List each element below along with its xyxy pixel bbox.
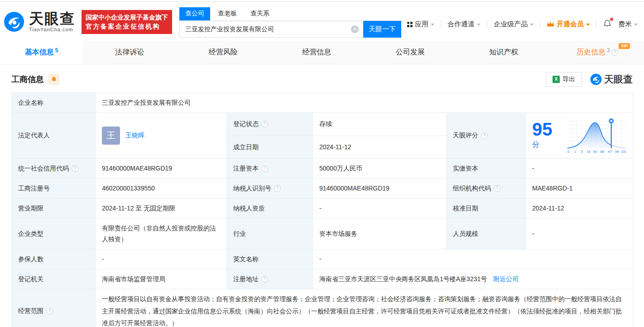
export-button[interactable]: X 导出	[546, 72, 582, 87]
en-name-value: -	[313, 249, 633, 269]
paid-capital-label: 实缴资本	[447, 159, 526, 179]
business-scope-value: 一般经营项目以自有资金从事投资活动；自有资金投资的资产管理服务；企业管理；企业管…	[96, 289, 633, 327]
tab-intellectual-property[interactable]: 知识产权	[457, 41, 551, 64]
vip-badge: VIP	[619, 43, 630, 49]
tab-legal-litigation[interactable]: 法律诉讼	[83, 41, 177, 64]
tab-business-info[interactable]: 经营信息	[270, 41, 364, 64]
divider	[540, 21, 540, 28]
search-area: 查公司 查老板 查关系 ✕ 天眼一下	[179, 7, 401, 38]
taxpayer-id-label: 纳税人识别号?	[227, 179, 313, 199]
help-icon[interactable]: ?	[481, 132, 488, 139]
reg-status-value: 存续	[313, 113, 447, 136]
address-value: 海南省三亚市天涯区三亚中央商务区凤凰岛1号楼A座3231号 附近公司	[313, 269, 633, 289]
table-row: 参保人数 - 英文名称 -	[12, 249, 633, 269]
monitor-bell-button[interactable]	[48, 74, 59, 85]
tab-basic-info-count: 5	[55, 47, 58, 54]
gov-badge-line1: 国家中小企业发展子基金旗下	[86, 13, 168, 22]
taxpayer-id-value: 91460000MAE48RGD19	[313, 179, 447, 199]
help-icon[interactable]: ?	[261, 276, 268, 283]
legal-rep-link[interactable]: 王晓晖	[125, 130, 144, 141]
reg-no-label: 工商注册号	[12, 179, 96, 199]
est-date-value: 2024-11-12	[313, 136, 447, 159]
svg-text:85: 85	[600, 150, 604, 154]
en-name-label: 英文名称	[227, 249, 313, 269]
help-icon[interactable]: ?	[494, 185, 500, 192]
reg-capital-value: 50000万人民币	[313, 159, 447, 179]
taxpayer-qual-value: -	[313, 199, 447, 219]
search-button[interactable]: 天眼一下	[363, 21, 401, 38]
table-row: 营业期限 2024-11-12 至 无固定期限 纳税人资质 - 核准日期 202…	[12, 199, 633, 219]
address-text: 海南省三亚市天涯区三亚中央商务区凤凰岛1号楼A座3231号	[319, 275, 487, 283]
table-row: 企业名称 三亚发控产业投资发展有限公司	[12, 93, 633, 113]
chevron-down-icon	[634, 24, 638, 26]
notifications-bell[interactable]	[603, 19, 612, 29]
clear-search-icon[interactable]: ✕	[351, 25, 359, 33]
svg-text:99: 99	[615, 150, 619, 154]
site-header: 天眼查 TianYanCha.com 国家中小企业发展子基金旗下 官方备案企业征…	[0, 2, 644, 41]
svg-text:97: 97	[608, 150, 612, 154]
reg-authority-label: 登记机关	[12, 269, 96, 289]
site-logo[interactable]: 天眼查 TianYanCha.com 国家中小企业发展子基金旗下 官方备案企业征…	[4, 7, 172, 34]
nav-enterprise-products[interactable]: 企业级产品	[494, 20, 533, 29]
help-icon[interactable]: ?	[72, 165, 78, 172]
tab-business-risk[interactable]: 经营风险	[177, 41, 270, 64]
reg-capital-label: 注册资本?	[227, 159, 313, 179]
tab-company-development[interactable]: 公司发展	[364, 41, 457, 64]
help-icon[interactable]: ?	[611, 49, 618, 56]
org-code-label: 组织机构代码?	[447, 179, 526, 199]
chevron-down-icon	[477, 24, 481, 26]
nearby-companies-link[interactable]: 附近公司	[493, 275, 519, 283]
approve-date-label: 核准日期	[447, 199, 526, 219]
table-row: 企业类型 有限责任公司（非自然人投资或控股的法人独资） 行业 资本市场服务 人员…	[12, 219, 633, 249]
approve-date-value: 2024-11-12	[526, 199, 633, 219]
tab-history-info[interactable]: VIP 历史信息 3 ?	[551, 41, 644, 64]
help-icon[interactable]: ?	[261, 165, 268, 172]
nav-vip-label: 开通会员	[557, 20, 584, 29]
svg-text:1: 1	[574, 150, 576, 154]
search-input[interactable]	[179, 21, 363, 38]
nav-apps-label: 应用	[415, 20, 428, 29]
tianyancha-watermark: 天眼查	[590, 73, 633, 86]
tab-history-label: 历史信息	[577, 48, 606, 57]
divider	[596, 21, 596, 28]
uscc-label: 统一社会信用代码?	[12, 159, 96, 179]
svg-text:50: 50	[593, 150, 597, 154]
nav-user-menu[interactable]: 费米	[618, 20, 638, 29]
tianyancha-eye-icon	[590, 73, 602, 85]
search-tab-boss[interactable]: 查老板	[212, 7, 243, 20]
avatar[interactable]: 王	[102, 127, 120, 145]
taxpayer-qual-label: 纳税人资质	[227, 199, 313, 219]
help-icon[interactable]: ?	[46, 307, 53, 314]
crown-icon	[547, 21, 554, 28]
business-registration-table: 企业名称 三亚发控产业投资发展有限公司 法定代表人 王 王晓晖 登记状态? 存续…	[11, 93, 633, 327]
help-icon[interactable]: ?	[261, 121, 268, 127]
brand-domain: TianYanCha.com	[29, 27, 75, 32]
search-tab-relation[interactable]: 查关系	[245, 7, 275, 20]
tab-basic-info[interactable]: 基本信息 5	[0, 41, 83, 64]
help-icon[interactable]: ?	[274, 185, 281, 192]
divider	[487, 21, 487, 28]
export-label: 导出	[562, 75, 575, 83]
tab-history-count: 3	[607, 47, 610, 54]
search-tab-company[interactable]: 查公司	[179, 7, 210, 20]
staff-size-value: -	[526, 219, 633, 249]
uscc-value: 91460000MAE48RGD19	[96, 159, 227, 179]
nav-partner-label: 合作通道	[447, 20, 475, 29]
section-title: 工商信息	[11, 74, 44, 85]
score-distribution-chart[interactable]: 0 1 3 15 50 85 97 99 100	[567, 117, 626, 155]
company-section-tabs: 基本信息 5 法律诉讼 经营风险 经营信息 公司发展 知识产权 VIP 历史信息…	[0, 41, 644, 64]
insured-label: 参保人数	[12, 249, 96, 269]
apps-grid-icon	[407, 22, 413, 27]
nav-apps[interactable]: 应用	[407, 20, 434, 29]
company-type-label: 企业类型	[12, 219, 96, 249]
score-value: 95分	[532, 120, 559, 151]
gov-certification-badge: 国家中小企业发展子基金旗下 官方备案企业征信机构	[82, 10, 172, 34]
bell-icon	[51, 76, 57, 83]
score-axis-labels: 0 1 3 15 50 85 97 99 100	[567, 150, 626, 154]
svg-text:0: 0	[567, 150, 569, 154]
table-row: 经营范围? 一般经营项目以自有资金从事投资活动；自有资金投资的资产管理服务；企业…	[12, 289, 633, 327]
table-row: 登记机关 海南省市场监督管理局 注册地址? 海南省三亚市天涯区三亚中央商务区凤凰…	[12, 269, 633, 289]
nav-partner-channel[interactable]: 合作通道	[447, 20, 481, 29]
search-tabs: 查公司 查老板 查关系	[179, 7, 401, 21]
nav-open-vip[interactable]: 开通会员	[547, 20, 590, 29]
